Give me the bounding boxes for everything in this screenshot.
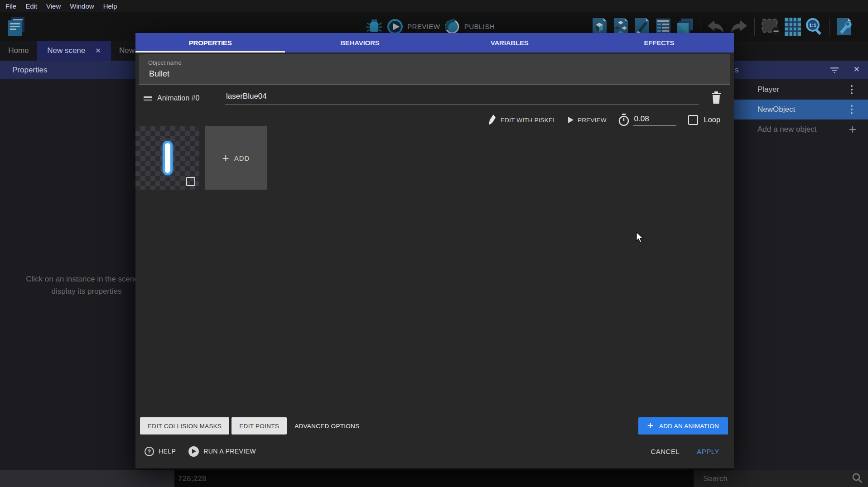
plus-icon: + <box>222 151 229 165</box>
add-object-plus-icon: + <box>849 122 856 137</box>
add-frame-button[interactable]: + ADD <box>205 126 267 190</box>
animation-title: Animation #0 <box>157 94 199 102</box>
play-icon <box>568 117 574 123</box>
search-input[interactable] <box>694 474 852 484</box>
add-new-object-row[interactable]: Add a new object + <box>734 119 868 139</box>
objects-panel-header: s ✕ <box>734 61 868 79</box>
stopwatch-icon <box>618 114 629 126</box>
properties-panel-body: Click on an instance in the scene to dis… <box>0 79 135 470</box>
objects-search-bar <box>694 470 868 487</box>
tab-new-scene[interactable]: New scene ✕ <box>37 41 111 61</box>
properties-hint: Click on an instance in the scene to dis… <box>0 273 135 297</box>
dialog-tab-bar: PROPERTIES BEHAVIORS VARIABLES EFFECTS <box>135 33 734 53</box>
toolbar-divider <box>829 18 829 36</box>
objects-panel: s ✕ Player NewObject Add a new object + <box>734 61 868 470</box>
time-between-frames-field <box>618 114 676 126</box>
preview-play-icon <box>387 19 403 35</box>
publish-label: PUBLISH <box>464 23 495 30</box>
object-menu-icon[interactable] <box>851 105 853 114</box>
loop-checkbox[interactable] <box>688 115 698 125</box>
menu-bar: File Edit View Window Help <box>0 0 868 12</box>
edit-collision-masks-button[interactable]: EDIT COLLISION MASKS <box>140 417 229 434</box>
redo-icon[interactable] <box>729 19 748 34</box>
plus-icon: + <box>647 419 654 432</box>
animation-name-input[interactable] <box>225 91 699 105</box>
object-name-label: Object name <box>148 59 182 66</box>
tab-properties[interactable]: PROPERTIES <box>135 33 285 53</box>
project-manager-icon[interactable] <box>6 16 26 37</box>
properties-panel-title: Properties <box>12 66 47 75</box>
animation-frame-thumbnail[interactable] <box>135 126 199 190</box>
tab-close-icon[interactable]: ✕ <box>95 47 101 55</box>
cancel-button[interactable]: CANCEL <box>651 448 680 455</box>
filter-icon[interactable] <box>830 67 839 76</box>
advanced-options-button[interactable]: ADVANCED OPTIONS <box>294 423 359 430</box>
object-menu-icon[interactable] <box>851 85 853 94</box>
publish-globe-icon <box>444 19 460 35</box>
tab-new-truncated[interactable]: New <box>111 41 136 61</box>
tab-variables[interactable]: VARIABLES <box>435 33 584 53</box>
objects-panel-title-tail: s <box>735 66 739 75</box>
run-a-preview-button[interactable]: RUN A PREVIEW <box>188 446 256 457</box>
preview-button[interactable]: PREVIEW <box>387 19 440 35</box>
apply-button[interactable]: APPLY <box>697 448 719 455</box>
delete-animation-icon[interactable] <box>711 91 721 106</box>
animation-controls-row: EDIT WITH PISKEL PREVIEW Loop <box>488 112 720 128</box>
preview-label: PREVIEW <box>407 23 440 30</box>
menu-file[interactable]: File <box>5 2 16 10</box>
help-icon: ? <box>145 447 154 456</box>
brush-icon <box>488 115 497 125</box>
zoom-one-to-one-icon[interactable]: 1:1 <box>805 18 823 36</box>
object-name-input[interactable] <box>148 69 420 79</box>
grid-icon[interactable] <box>785 18 801 36</box>
add-an-animation-button[interactable]: + ADD AN ANIMATION <box>638 417 728 434</box>
object-properties-dialog: PROPERTIES BEHAVIORS VARIABLES EFFECTS O… <box>135 33 734 468</box>
dialog-footer: ? HELP RUN A PREVIEW CANCEL APPLY <box>145 442 719 461</box>
tab-effects[interactable]: EFFECTS <box>584 33 734 53</box>
loop-label: Loop <box>704 116 720 124</box>
toolbar-divider <box>754 18 755 36</box>
dialog-actions-row: EDIT COLLISION MASKS EDIT POINTS ADVANCE… <box>140 417 729 434</box>
mouse-cursor <box>636 232 644 245</box>
laser-bullet-sprite <box>163 141 173 175</box>
help-button[interactable]: ? HELP <box>145 447 176 456</box>
menu-help[interactable]: Help <box>103 2 117 10</box>
tab-home[interactable]: Home <box>0 41 37 61</box>
loop-toggle: Loop <box>688 115 720 125</box>
drag-handle-icon[interactable] <box>144 96 152 102</box>
svg-text:1:1: 1:1 <box>809 23 816 28</box>
scene-status-bar: 726;228 <box>174 470 694 487</box>
animation-preview-button[interactable]: PREVIEW <box>568 117 607 124</box>
menu-edit[interactable]: Edit <box>25 2 37 10</box>
objects-panel-close-icon[interactable]: ✕ <box>854 65 860 74</box>
frame-select-checkbox[interactable] <box>186 177 195 186</box>
edit-points-button[interactable]: EDIT POINTS <box>231 417 287 434</box>
cursor-coordinates: 726;228 <box>178 474 206 483</box>
run-preview-play-icon <box>188 446 199 457</box>
properties-panel-header: Properties <box>0 61 135 79</box>
publish-button[interactable]: PUBLISH <box>444 19 495 35</box>
scene-settings-icon[interactable] <box>835 17 853 36</box>
edit-with-piskel-button[interactable]: EDIT WITH PISKEL <box>488 115 556 125</box>
delete-selection-icon[interactable] <box>761 18 781 35</box>
object-row-player[interactable]: Player <box>734 79 868 100</box>
search-icon[interactable] <box>852 473 863 485</box>
menu-window[interactable]: Window <box>70 2 94 10</box>
tab-behaviors[interactable]: BEHAVIORS <box>285 33 434 53</box>
bottom-left-filler <box>0 470 174 487</box>
object-name-field: Object name <box>139 54 730 85</box>
time-between-frames-input[interactable] <box>633 114 676 126</box>
object-row-newobject[interactable]: NewObject <box>734 100 868 119</box>
animation-header-row: Animation #0 <box>135 91 734 108</box>
menu-view[interactable]: View <box>46 2 61 10</box>
undo-icon[interactable] <box>706 19 725 34</box>
